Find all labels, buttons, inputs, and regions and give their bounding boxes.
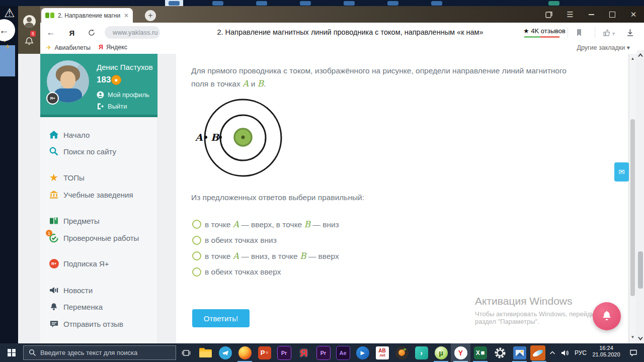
background-window-icon	[387, 1, 398, 6]
sidebar-item-predmety[interactable]: Предметы	[40, 214, 157, 228]
radio-button[interactable]	[192, 220, 201, 229]
bell-icon	[48, 301, 59, 312]
language-indicator[interactable]: РУС	[572, 343, 590, 362]
after-effects-icon[interactable]: Ae	[333, 343, 353, 362]
sidebar-item-podpiska[interactable]: Я+ Подписка Я+	[40, 256, 157, 270]
scroll-up-icon[interactable]	[638, 53, 643, 57]
start-button[interactable]	[0, 343, 23, 362]
volume-icon[interactable]	[558, 343, 572, 362]
answer-option[interactable]: в обеих точках вниз	[192, 234, 277, 247]
settings-gear-icon[interactable]	[490, 343, 510, 362]
windows-logo-icon	[8, 349, 16, 357]
minimize-button[interactable]	[584, 9, 599, 20]
sidebar-item-novosti[interactable]: Новости	[40, 283, 157, 297]
browser-scrollbar[interactable]	[637, 50, 644, 343]
answer-option[interactable]: в точке A — вверх, в точке B — вниз	[192, 218, 339, 231]
utorrent-icon[interactable]: µ	[431, 343, 451, 362]
premiere-icon[interactable]: Pr	[274, 343, 294, 362]
tab-title: 2. Направление магни	[58, 12, 122, 19]
movies-app-icon[interactable]	[510, 343, 529, 362]
tab-close-icon[interactable]: ✕	[124, 12, 129, 19]
radio-button[interactable]	[192, 267, 201, 277]
answer-option[interactable]: в обеих точках вверх	[192, 265, 281, 279]
radio-button[interactable]	[192, 236, 201, 245]
telegram-icon[interactable]	[215, 343, 235, 362]
address-bar[interactable]: www.yaklass.ru	[105, 26, 160, 39]
maximize-button[interactable]	[605, 9, 620, 20]
orange-app-icon[interactable]	[529, 343, 546, 362]
powerpoint-icon[interactable]: P≡	[255, 343, 274, 362]
background-window-icon	[548, 1, 559, 6]
download-icon[interactable]	[623, 27, 636, 39]
check-circle-icon: 1	[48, 232, 59, 243]
scroll-up-icon[interactable]: ▲	[629, 56, 636, 61]
background-window-icon	[344, 1, 355, 6]
taskbar: Введите здесь текст для поиска P≡ Pr Я	[0, 343, 644, 362]
premiere2-icon[interactable]: Pr	[313, 343, 333, 362]
new-tab-button[interactable]: +	[145, 10, 156, 21]
thumbs-rating-icon[interactable]	[601, 27, 618, 39]
action-center-icon[interactable]	[623, 343, 644, 362]
scroll-down-icon[interactable]	[638, 336, 643, 340]
yandex-browser-icon[interactable]: Y	[451, 343, 470, 362]
media-player-icon[interactable]: ▶	[353, 343, 372, 362]
taskbar-search[interactable]: Введите здесь текст для поиска	[23, 345, 176, 360]
notifications-bell-icon[interactable]: 5	[18, 33, 40, 50]
bookmark-yandex[interactable]: Я Яндекс	[99, 44, 127, 51]
megaphone-icon	[48, 285, 59, 296]
reload-icon[interactable]	[85, 27, 98, 39]
filmora-icon[interactable]: ›	[412, 343, 431, 362]
instruction-text: Из предложенных ответов выбери правильны…	[191, 192, 589, 204]
sidebar-item-nachalo[interactable]: Начало	[40, 128, 157, 142]
my-profile-link[interactable]: Мой профиль	[97, 91, 149, 99]
bookmark-aviabilety[interactable]: ✈ Авиабилеты	[46, 44, 91, 51]
fl-studio-icon[interactable]	[392, 343, 412, 362]
task-view-icon[interactable]	[176, 343, 196, 362]
yaklass-favicon	[45, 13, 49, 18]
abnet-icon[interactable]: AB .net	[372, 343, 392, 362]
page-scrollbar[interactable]: ▲ ▼	[629, 54, 636, 343]
point-a-label: A	[195, 132, 203, 143]
star-icon: ★	[48, 172, 59, 183]
browser-menu-icon[interactable]: ☰	[562, 9, 578, 20]
submit-button[interactable]: Ответить!	[192, 309, 250, 327]
clock[interactable]: 16:24 21.05.2020	[590, 342, 623, 362]
sidebar-item-poisk[interactable]: Поиск по сайту	[40, 144, 157, 158]
back-button[interactable]: ←	[44, 27, 57, 39]
scroll-down-icon[interactable]: ▼	[629, 335, 636, 339]
notification-badge: 1	[46, 230, 52, 236]
close-button[interactable]: ✕	[626, 9, 641, 20]
plane-icon: ✈	[46, 44, 51, 51]
yaklass-page: Я+ Денис Пастухов 183 ★ Мой профиль Выйт…	[18, 54, 637, 343]
mail-feedback-button[interactable]: ✉	[614, 162, 629, 182]
user-name: Денис Пастухов	[97, 63, 153, 71]
file-explorer-icon[interactable]	[196, 343, 215, 362]
tray-chevron-icon[interactable]	[546, 343, 558, 362]
radio-button[interactable]	[192, 251, 201, 260]
sidebar-item-peremenka[interactable]: Переменка	[40, 300, 157, 314]
notification-fab[interactable]	[593, 302, 621, 330]
bookmark-flag-icon[interactable]	[573, 27, 586, 39]
feedback-icon	[48, 318, 59, 329]
other-bookmarks[interactable]: Другие закладки ▾	[577, 44, 630, 51]
yandex-arrow-icon[interactable]: Я	[294, 343, 313, 362]
firefox-icon[interactable]	[235, 343, 255, 362]
sidebar-item-uchebnye[interactable]: Учебные заведения	[40, 188, 157, 202]
profile-avatar-icon[interactable]	[18, 13, 40, 30]
scrollbar-thumb[interactable]	[638, 251, 643, 289]
logout-link[interactable]: Выйти	[97, 103, 127, 110]
answer-option[interactable]: в точке A — вниз, в точке B — вверх	[192, 249, 339, 262]
sidebar-item-otzyv[interactable]: Отправить отзыв	[40, 317, 157, 331]
desktop-left-fragments: ⚠ ✈ ✈ ←	[0, 6, 18, 343]
sidebar-item-proverochnye[interactable]: 1 Проверочные работы	[40, 231, 157, 245]
bookmarks-bar: ✈ Авиабилеты Я Яндекс Другие закладки ▾	[18, 42, 644, 54]
sidebar-item-topy[interactable]: ★ ТОПы	[40, 170, 157, 185]
side-panel-icon[interactable]	[541, 9, 556, 20]
browser-window: 2. Направление магни ✕ + ☰ ✕ ← Я www.yak…	[18, 6, 644, 343]
excel-icon[interactable]: X▦	[470, 343, 490, 362]
yandex-button[interactable]: Я	[65, 27, 78, 39]
browser-tab[interactable]: 2. Направление магни ✕	[41, 8, 133, 23]
reviews-label[interactable]: ★ 4K отзывов	[523, 27, 566, 35]
scrollbar-thumb[interactable]	[630, 119, 635, 296]
user-points: 183	[97, 75, 111, 85]
